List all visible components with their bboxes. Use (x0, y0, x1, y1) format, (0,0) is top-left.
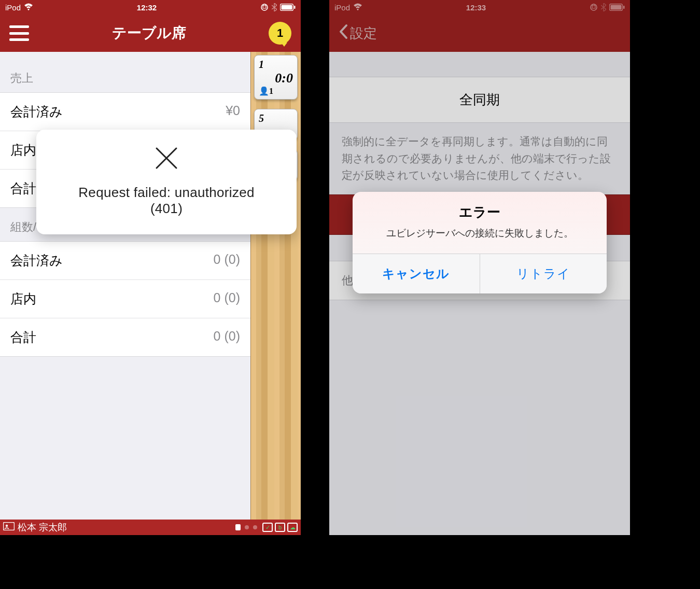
orientation-lock-icon (260, 3, 269, 11)
groups-rows: 会計済み 0 (0) 店内 0 (0) 合計 0 (0) (0, 241, 250, 357)
bottom-bar: 松本 宗太郎 ✓ b ☁ (0, 520, 301, 535)
tray-cloud-icon[interactable]: ☁ (287, 523, 298, 532)
tray-printer-icon[interactable]: ✓ (262, 523, 273, 532)
orientation-lock-icon (590, 3, 598, 11)
svg-rect-3 (294, 6, 296, 9)
nav-title: テーブル席 (112, 23, 186, 43)
page-dot-active (235, 524, 241, 530)
svg-point-0 (261, 4, 268, 10)
ticket-time: 0:0 (259, 71, 293, 86)
page-dot (245, 525, 249, 529)
wifi-icon (24, 3, 33, 12)
row-groups-paid: 会計済み 0 (0) (0, 242, 250, 280)
current-user[interactable]: 松本 宗太郎 (3, 521, 230, 534)
page-dot (253, 525, 257, 529)
battery-icon (609, 4, 625, 11)
status-bar: iPod 12:33 (329, 0, 630, 15)
error-toast[interactable]: Request failed: unauthorized (401) (36, 130, 297, 234)
svg-point-6 (591, 4, 597, 10)
status-bar: iPod 12:32 (0, 0, 301, 15)
wifi-icon (353, 3, 362, 12)
hamburger-menu-icon[interactable] (9, 25, 29, 41)
error-x-icon (50, 144, 283, 175)
toast-message-line1: Request failed: unauthorized (50, 185, 283, 201)
svg-rect-8 (611, 5, 622, 10)
row-value: 0 (0) (214, 290, 240, 307)
row-sales-paid: 会計済み ¥0 (0, 93, 250, 131)
clock-label: 12:32 (137, 3, 157, 12)
ticket-guests: 👤1 (259, 86, 293, 96)
alert-buttons: キャンセル リトライ (353, 254, 607, 293)
right-phone-frame: iPod 12:33 設定 全同期 (329, 0, 630, 535)
spacer (301, 0, 329, 589)
row-label: 店内 (10, 142, 36, 159)
toast-message-line2: (401) (50, 201, 283, 217)
status-tray: ✓ b ☁ (262, 523, 298, 532)
spacer (630, 0, 700, 589)
alert-cancel-button[interactable]: キャンセル (353, 254, 480, 293)
user-name-label: 松本 宗太郎 (18, 521, 67, 534)
page-indicator[interactable] (235, 524, 257, 530)
row-label: 会計済み (10, 252, 63, 269)
row-label: 合計 (10, 329, 36, 346)
notification-bubble[interactable]: 1 (269, 22, 291, 45)
row-label: 店内 (10, 290, 36, 307)
bluetooth-icon (272, 3, 277, 11)
alert-title: エラー (363, 203, 596, 221)
carrier-label: iPod (5, 3, 21, 12)
row-label: 会計済み (10, 103, 63, 120)
alert-retry-button[interactable]: リトライ (480, 254, 607, 293)
row-value: ¥0 (226, 103, 240, 120)
svg-point-5 (6, 524, 8, 526)
sales-section-header: 売上 (0, 52, 250, 92)
carrier-label: iPod (334, 3, 350, 12)
row-value: 0 (0) (214, 329, 240, 346)
main-content: 売上 会計済み ¥0 店内 ¥0 合計 組数/客 会計済み 0 (0) 店内 (0, 52, 250, 520)
table-ticket[interactable]: 1 0:0 👤1 (254, 55, 298, 100)
svg-rect-9 (623, 6, 625, 9)
row-value: 0 (0) (214, 252, 240, 269)
clock-label: 12:33 (466, 3, 486, 12)
row-groups-total: 合計 0 (0) (0, 318, 250, 356)
row-label: 合計 (10, 180, 36, 197)
table-ticket-panel: 1 0:0 👤1 5 9 (250, 52, 301, 520)
alert-message: ユビレジサーバへの接続に失敗しました。 (363, 227, 596, 240)
ticket-number: 1 (259, 59, 293, 71)
bluetooth-icon (601, 3, 606, 11)
tray-sync-icon[interactable]: b (275, 523, 285, 532)
row-groups-instore: 店内 0 (0) (0, 280, 250, 318)
error-alert: エラー ユビレジサーバへの接続に失敗しました。 キャンセル リトライ (353, 192, 607, 293)
battery-icon (280, 4, 296, 11)
id-card-icon (3, 522, 15, 533)
svg-rect-2 (282, 5, 292, 10)
left-phone-frame: iPod 12:32 テーブル席 1 売上 会計済み ¥0 (0, 0, 301, 535)
notification-count: 1 (277, 26, 283, 40)
ticket-number: 5 (259, 113, 293, 124)
